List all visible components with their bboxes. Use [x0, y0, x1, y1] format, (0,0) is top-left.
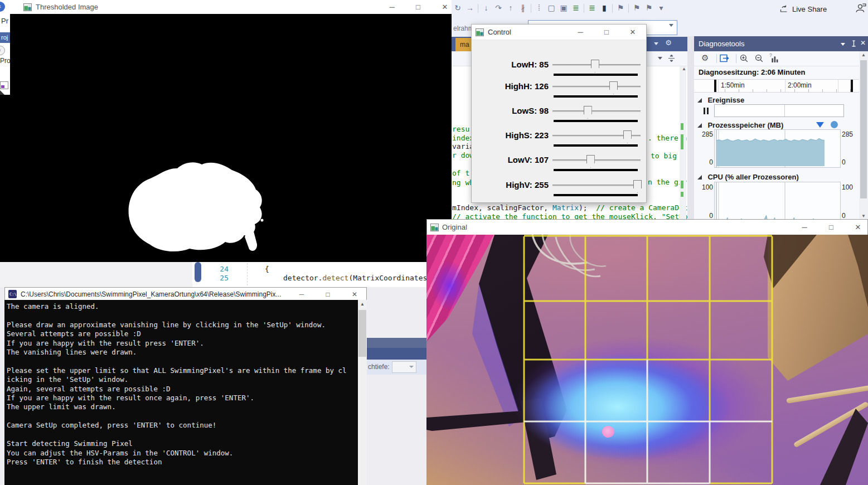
slider-label: LowS: 98 [472, 106, 549, 115]
cpu-section-header[interactable]: CPU (% aller Prozessoren) [697, 172, 799, 182]
threshold-blob [10, 14, 452, 262]
flag-prev-icon[interactable]: ⚑ [614, 2, 627, 13]
depth-dropdown[interactable] [392, 361, 416, 373]
settings-gear-icon[interactable]: ⚙ [701, 53, 709, 63]
scrollbar-thumb[interactable] [860, 60, 867, 198]
navigate-back-icon[interactable]: ‹ [0, 2, 5, 12]
events-section-header[interactable]: Ereignisse [697, 95, 744, 105]
chevron-down-icon[interactable] [841, 43, 845, 46]
code-fragment: to big [651, 152, 677, 160]
debug-toolbar: ↻→↓↷↑∦⁞▢▣≣≣▮⚑⚑⚑▾ [452, 2, 667, 14]
close-button[interactable]: ✕ [848, 221, 867, 234]
thresholded-window-titlebar[interactable]: Thresholded Image ─ □ ✕ [20, 0, 452, 14]
scrollbar-thumb[interactable] [358, 310, 366, 357]
margin-scrollbar-thumb[interactable] [195, 262, 201, 282]
maximize-button[interactable]: □ [409, 1, 428, 13]
minimize-button[interactable]: ─ [795, 221, 814, 234]
console-line [7, 357, 347, 366]
memory-section-header[interactable]: Prozessspeicher (MB) [697, 120, 783, 130]
pin-icon[interactable] [850, 40, 857, 47]
timeline-ruler[interactable]: 1:50min 2:00min [694, 79, 859, 93]
slider-track[interactable] [552, 159, 641, 161]
slider-track[interactable] [552, 86, 641, 88]
slider-baseline [554, 120, 638, 122]
code-token: detect [322, 274, 348, 282]
chart-options-icon[interactable]: ? [769, 53, 778, 63]
gear-icon[interactable]: ⚙ [665, 38, 672, 47]
live-share-button[interactable]: Live Share [779, 4, 827, 13]
chevron-down-icon[interactable] [658, 57, 662, 60]
window-title: Thresholded Image [36, 3, 98, 11]
diagnostics-scrollbar[interactable]: ▲ ▼ [859, 51, 868, 220]
expander-icon[interactable] [697, 123, 702, 128]
editor-scrollbar[interactable]: ▲ [680, 66, 686, 234]
chevron-down-icon [669, 24, 673, 27]
original-window-titlebar[interactable]: Original ─ □ ✕ [426, 219, 868, 235]
slider-track[interactable] [552, 185, 641, 186]
copy-block-icon[interactable]: ▣ [557, 2, 570, 13]
slider-thumb[interactable] [591, 60, 599, 72]
events-track[interactable] [714, 104, 844, 117]
panel-splitter[interactable] [687, 36, 694, 234]
maximize-button[interactable]: □ [597, 26, 616, 38]
change-mark [681, 123, 683, 130]
bookmark-icon[interactable]: ▮ [598, 2, 610, 13]
hsv-slider-row: LowS: 98 [472, 106, 646, 128]
outdent-icon[interactable]: ≣ [586, 2, 598, 13]
code-line: { [265, 265, 269, 273]
maximize-button[interactable]: □ [822, 221, 841, 234]
slider-thumb[interactable] [586, 155, 595, 168]
code-line: mIndex, scalingFactor, Matrix); // creat… [452, 203, 687, 212]
slider-thumb[interactable] [623, 130, 632, 143]
slider-thumb[interactable] [633, 180, 642, 193]
close-icon[interactable]: ✕ [860, 39, 866, 47]
console-line: icking in the 'SetUp' window. [7, 375, 347, 384]
show-output-icon[interactable] [720, 54, 730, 63]
zoom-out-icon[interactable] [754, 54, 764, 63]
close-button[interactable]: ✕ [345, 288, 364, 300]
console-output[interactable]: The camera is aligned. Please draw an ap… [4, 300, 367, 485]
diagnostics-toolbar: ⚙ ? [694, 51, 859, 66]
code-fragment: resu [452, 125, 469, 133]
control-titlebar[interactable]: Control ─ □ ✕ [472, 25, 646, 40]
chevron-down-icon[interactable] [654, 42, 658, 45]
expander-icon[interactable] [697, 175, 702, 180]
close-button[interactable]: ✕ [623, 26, 642, 38]
console-titlebar[interactable]: C:\ C:\Users\Chris\Documents\SwimmingPix… [5, 288, 366, 300]
memory-filter-icon[interactable] [816, 122, 824, 128]
hsv-slider-row: HighH: 126 [472, 81, 646, 104]
toolbar-overflow-icon[interactable]: ▾ [655, 2, 667, 13]
console-scrollbar[interactable]: ▲ [358, 300, 367, 485]
slider-label: HighS: 223 [472, 130, 549, 140]
minimize-button[interactable]: ─ [382, 1, 401, 13]
pause-icon[interactable] [704, 106, 709, 117]
step-into-icon[interactable]: ↓ [480, 2, 492, 13]
close-button[interactable]: ✕ [435, 1, 454, 13]
expander-icon[interactable] [697, 98, 702, 103]
control-window[interactable]: Control ─ □ ✕ LowH: 85HighH: 126LowS: 98… [471, 24, 647, 203]
flag-clear-icon[interactable]: ⚑ [643, 2, 655, 13]
slider-track[interactable] [552, 110, 641, 112]
select-box-icon[interactable]: ▢ [545, 2, 557, 13]
whitespace-icon[interactable]: ⁞ [533, 2, 545, 13]
minimize-button[interactable]: ─ [571, 26, 590, 38]
slider-thumb[interactable] [609, 81, 618, 94]
indent-icon[interactable]: ≣ [570, 2, 582, 13]
compare-icon[interactable]: ∦ [517, 2, 529, 13]
slider-thumb[interactable] [584, 106, 592, 119]
step-out-icon[interactable]: ↑ [505, 2, 517, 13]
timeline-marker[interactable] [851, 80, 853, 92]
step-over-icon[interactable]: ↷ [492, 2, 505, 13]
timeline-marker[interactable] [714, 80, 716, 92]
hsv-slider-row: HighS: 223 [472, 130, 646, 153]
minimize-button[interactable]: ─ [292, 288, 311, 300]
add-user-icon[interactable] [855, 3, 866, 13]
maximize-button[interactable]: □ [318, 288, 337, 300]
run-to-cursor-icon[interactable]: → [464, 2, 476, 13]
memory-chart [714, 129, 841, 168]
diagnostics-panel-titlebar[interactable]: Diagnosetools ✕ [694, 36, 868, 51]
split-editor-icon[interactable] [668, 54, 675, 62]
flag-next-icon[interactable]: ⚑ [631, 2, 643, 13]
zoom-in-icon[interactable] [739, 54, 749, 63]
toolwindow-title-fragment: roj [0, 32, 11, 43]
